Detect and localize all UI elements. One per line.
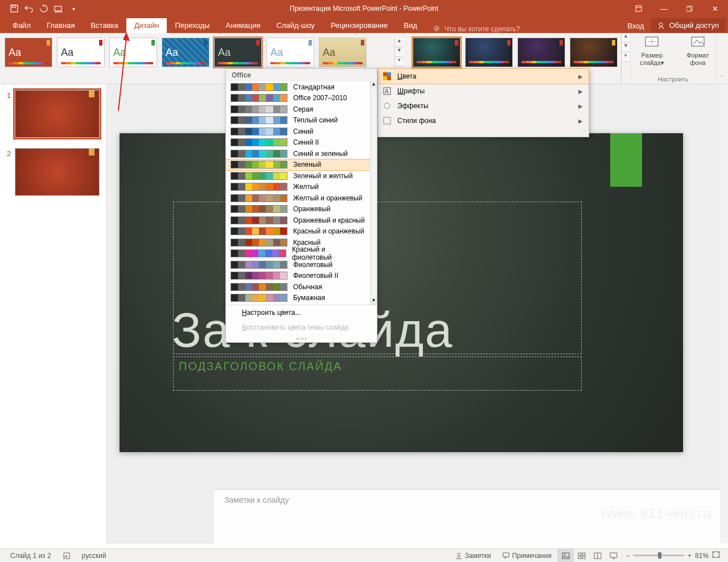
resize-grip-icon[interactable]: ⋰: [378, 128, 589, 137]
menu-colors[interactable]: Цвета ▶: [378, 69, 589, 84]
color-scheme-item[interactable]: Красный и фиолетовый: [226, 248, 370, 260]
canvas-area: За к слайда ПОДЗАГОЛОВОК СЛАЙДА Заметки …: [107, 84, 728, 544]
color-scheme-item[interactable]: Желтый и оранжевый: [226, 192, 370, 204]
theme-thumb[interactable]: Aa: [214, 38, 262, 67]
slide-size-button[interactable]: Размер слайда▾: [631, 35, 673, 67]
color-scheme-item[interactable]: Желтый: [226, 182, 370, 193]
color-scheme-item[interactable]: Индикатор: [226, 303, 370, 305]
format-background-button[interactable]: Формат фона: [680, 35, 715, 67]
svg-rect-4: [686, 7, 691, 11]
slides-panel: 1 2: [0, 84, 107, 544]
theme-thumb[interactable]: Aa: [319, 38, 367, 67]
ribbon-display-icon[interactable]: [626, 0, 651, 17]
color-scheme-item[interactable]: Оранжевый и красный: [226, 215, 370, 226]
slide-canvas[interactable]: За к слайда ПОДЗАГОЛОВОК СЛАЙДА: [120, 133, 683, 452]
comments-button[interactable]: Примечания: [497, 552, 557, 560]
theme-thumb[interactable]: Aa: [5, 38, 52, 67]
color-scheme-item[interactable]: Зеленый: [226, 159, 370, 171]
svg-text:A: A: [385, 88, 389, 95]
slideshow-view-icon[interactable]: [606, 549, 622, 563]
normal-view-icon[interactable]: [558, 549, 574, 563]
color-scheme-item[interactable]: Серая: [226, 104, 370, 115]
redo-icon[interactable]: [38, 2, 50, 15]
variant-thumb[interactable]: [413, 38, 460, 67]
close-icon[interactable]: ✕: [702, 0, 728, 17]
theme-thumb[interactable]: Aa: [266, 38, 314, 67]
tab-review[interactable]: Рецензирование: [323, 18, 396, 33]
statusbar: Слайд 1 из 2 русский Заметки Примечания …: [0, 548, 728, 562]
color-scheme-item[interactable]: Зеленый и желтый: [226, 170, 370, 182]
variants-scroll[interactable]: ▲▼▾: [621, 33, 630, 84]
svg-rect-1: [12, 5, 15, 7]
slide-thumb-2[interactable]: [15, 148, 100, 196]
fit-to-window-icon[interactable]: [712, 551, 720, 560]
menu-background-styles[interactable]: Стили фона ▶: [378, 113, 589, 128]
tab-transitions[interactable]: Переходы: [167, 18, 217, 33]
tab-slideshow[interactable]: Слайд-шоу: [269, 18, 323, 33]
svg-rect-21: [562, 553, 569, 559]
zoom-slider[interactable]: [633, 555, 684, 556]
customize-colors-item[interactable]: Настроить цвета...: [226, 305, 377, 320]
zoom-in-button[interactable]: +: [688, 552, 692, 560]
variant-thumb[interactable]: [570, 38, 618, 67]
color-scheme-item[interactable]: Office 2007–2010: [226, 93, 370, 104]
reading-view-icon[interactable]: [590, 549, 606, 563]
svg-rect-20: [503, 553, 509, 557]
chevron-right-icon: ▶: [578, 103, 583, 109]
color-scheme-item[interactable]: Синий II: [226, 137, 370, 149]
menu-fonts[interactable]: A Шрифты ▶: [378, 84, 589, 99]
menu-effects[interactable]: Эффекты ▶: [378, 99, 589, 113]
start-from-beginning-icon[interactable]: [52, 2, 65, 15]
slide-thumb-1[interactable]: [15, 90, 100, 138]
maximize-icon[interactable]: [677, 0, 702, 17]
save-icon[interactable]: [8, 2, 20, 15]
variant-thumb[interactable]: [517, 38, 565, 67]
undo-icon[interactable]: [23, 2, 35, 15]
customize-group: Размер слайда▾ Формат фона Настроить: [630, 33, 715, 84]
collapse-ribbon-icon[interactable]: ˆ: [715, 33, 728, 84]
qat-customize-icon[interactable]: ▾: [67, 2, 80, 15]
zoom-out-button[interactable]: −: [626, 552, 630, 560]
theme-thumb[interactable]: Aa: [162, 38, 209, 67]
color-scheme-item[interactable]: Синий и зеленый: [226, 148, 370, 159]
slide-number: 1: [7, 90, 15, 138]
notes-button[interactable]: Заметки: [450, 552, 497, 560]
watermark: www.911-win.ru: [601, 504, 712, 522]
color-scheme-item[interactable]: Синий: [226, 126, 370, 137]
color-scheme-item[interactable]: Бумажная: [226, 293, 370, 304]
tab-design[interactable]: Дизайн: [126, 18, 167, 33]
tab-insert[interactable]: Вставка: [83, 18, 126, 33]
vertical-scrollbar[interactable]: [720, 84, 728, 544]
minimize-icon[interactable]: ―: [651, 0, 677, 17]
color-scheme-item[interactable]: Теплый синий: [226, 115, 370, 126]
notes-placeholder: Заметки к слайду: [224, 495, 289, 504]
variants-flyout-menu: Цвета ▶ A Шрифты ▶ Эффекты ▶ Стили фона …: [377, 68, 589, 137]
svg-rect-23: [582, 553, 585, 555]
app-title: Презентация Microsoft PowerPoint - Power…: [290, 5, 438, 13]
tell-me-search[interactable]: Что вы хотите сделать?: [425, 25, 528, 33]
sign-in-button[interactable]: Вход: [620, 19, 651, 33]
color-scheme-item[interactable]: Фиолетовый II: [226, 270, 370, 282]
svg-rect-22: [578, 553, 581, 555]
tab-view[interactable]: Вид: [396, 18, 425, 33]
fonts-icon: A: [382, 87, 392, 96]
tab-home[interactable]: Главная: [39, 18, 83, 33]
color-scheme-item[interactable]: Обычная: [226, 281, 370, 293]
variant-thumb[interactable]: [465, 38, 513, 67]
color-scheme-item[interactable]: Красный и оранжевый: [226, 226, 370, 237]
resize-grip-icon[interactable]: • • • •: [226, 335, 377, 342]
submenu-scrollbar[interactable]: ▲▼: [370, 81, 377, 305]
color-scheme-item[interactable]: Оранжевый: [226, 204, 370, 215]
spellcheck-icon[interactable]: [57, 552, 76, 560]
status-language[interactable]: русский: [76, 552, 112, 560]
theme-thumb[interactable]: Aa: [57, 38, 105, 67]
sorter-view-icon[interactable]: [574, 549, 590, 563]
zoom-level[interactable]: 81%: [695, 552, 709, 560]
tab-animations[interactable]: Анимация: [217, 18, 268, 33]
quick-access-toolbar: ▾: [0, 2, 80, 15]
theme-thumb[interactable]: Aa: [109, 38, 157, 67]
color-scheme-item[interactable]: Стандартная: [226, 81, 370, 93]
status-slide-count[interactable]: Слайд 1 из 2: [5, 552, 57, 560]
share-button[interactable]: Общий доступ: [651, 18, 726, 33]
tab-file[interactable]: Файл: [5, 18, 39, 33]
